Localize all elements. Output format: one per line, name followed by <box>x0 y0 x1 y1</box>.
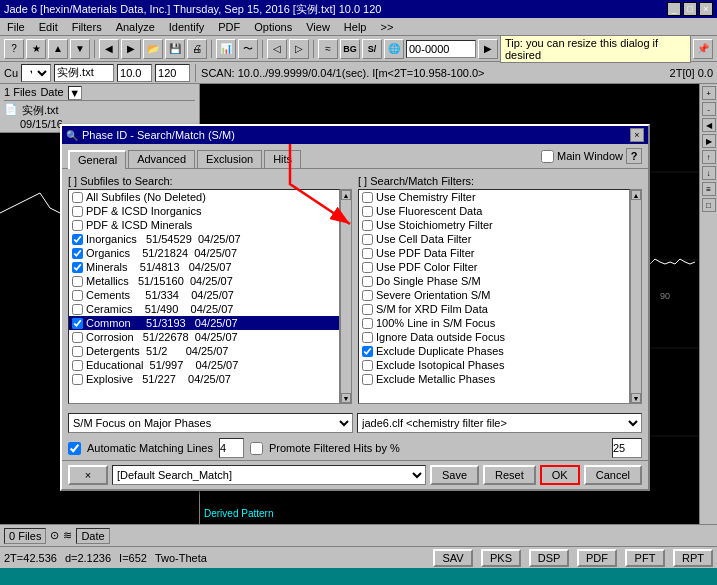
btn-pft[interactable]: PFT <box>625 549 665 567</box>
toolbar-btn-star[interactable]: ★ <box>26 39 46 59</box>
sidebar-btn-5[interactable]: ↑ <box>702 150 716 164</box>
list-item-detergents[interactable]: Detergents 51/2 04/25/07 <box>69 344 339 358</box>
menu-filters[interactable]: Filters <box>69 21 105 33</box>
check-stoichiometry[interactable] <box>362 220 373 231</box>
check-exclude-metallic[interactable] <box>362 374 373 385</box>
check-minerals[interactable] <box>72 262 83 273</box>
menu-more[interactable]: >> <box>377 21 396 33</box>
promote-value-input[interactable]: 25 <box>612 438 642 458</box>
toolbar-btn-bg[interactable]: BG <box>340 39 360 59</box>
btn-rpt[interactable]: RPT <box>673 549 713 567</box>
check-educational[interactable] <box>72 360 83 371</box>
list-item-cements[interactable]: Cements 51/334 04/25/07 <box>69 288 339 302</box>
filter-fluorescent[interactable]: Use Fluorescent Data <box>359 204 629 218</box>
list-item-all-subfiles[interactable]: All Subfiles (No Deleted) <box>69 190 339 204</box>
sidebar-btn-6[interactable]: ↓ <box>702 166 716 180</box>
filter-stoichiometry[interactable]: Use Stoichiometry Filter <box>359 218 629 232</box>
menu-options[interactable]: Options <box>251 21 295 33</box>
toolbar-btn-right[interactable]: ▷ <box>289 39 309 59</box>
toolbar-btn-question[interactable]: ? <box>4 39 24 59</box>
toolbar-btn-back[interactable]: ◀ <box>99 39 119 59</box>
ok-btn[interactable]: OK <box>540 465 580 485</box>
scan-code-input[interactable]: 00-0000 <box>406 40 476 58</box>
check-cell-data[interactable] <box>362 234 373 245</box>
check-pdf-icsd-min[interactable] <box>72 220 83 231</box>
main-window-checkbox[interactable] <box>541 150 554 163</box>
toolbar-btn-fwd[interactable]: ▶ <box>121 39 141 59</box>
check-severe-orientation[interactable] <box>362 290 373 301</box>
toolbar-btn-chart[interactable]: 📊 <box>216 39 236 59</box>
filter-severe-orientation[interactable]: Severe Orientation S/M <box>359 288 629 302</box>
btn-sav[interactable]: SAV <box>433 549 473 567</box>
status-icons[interactable]: ⊙ ≋ <box>50 529 72 542</box>
menu-edit[interactable]: Edit <box>36 21 61 33</box>
toolbar-btn-sm[interactable]: S/ <box>362 39 382 59</box>
maximize-btn[interactable]: □ <box>683 2 697 16</box>
dialog-close-btn[interactable]: × <box>630 128 644 142</box>
list-item-pdf-icsd-min[interactable]: PDF & ICSD Minerals <box>69 218 339 232</box>
btn-pks[interactable]: PKS <box>481 549 521 567</box>
check-ceramics[interactable] <box>72 304 83 315</box>
line-count-input[interactable]: 4 <box>219 438 244 458</box>
toolbar-btn-up[interactable]: ▲ <box>48 39 68 59</box>
sidebar-btn-1[interactable]: + <box>702 86 716 100</box>
tab-hits[interactable]: Hits <box>264 150 301 168</box>
filter-chemistry[interactable]: Use Chemistry Filter <box>359 190 629 204</box>
menu-pdf[interactable]: PDF <box>215 21 243 33</box>
filter-pdf-color[interactable]: Use PDF Color Filter <box>359 260 629 274</box>
toolbar-btn-open[interactable]: 📂 <box>143 39 163 59</box>
check-pdf-color[interactable] <box>362 262 373 273</box>
list-item-educational[interactable]: Educational 51/997 04/25/07 <box>69 358 339 372</box>
menu-help[interactable]: Help <box>341 21 370 33</box>
menu-identify[interactable]: Identify <box>166 21 207 33</box>
sidebar-btn-2[interactable]: - <box>702 102 716 116</box>
toolbar-btn-globe[interactable]: 🌐 <box>384 39 404 59</box>
list-item-organics[interactable]: Organics 51/21824 04/25/07 <box>69 246 339 260</box>
check-fluorescent[interactable] <box>362 206 373 217</box>
filter-xrd-film[interactable]: S/M for XRD Film Data <box>359 302 629 316</box>
toolbar-btn-print[interactable]: 🖨 <box>187 39 207 59</box>
check-organics[interactable] <box>72 248 83 259</box>
list-item-pdf-icsd-inorg[interactable]: PDF & ICSD Inorganics <box>69 204 339 218</box>
right-scroll-up[interactable]: ▲ <box>631 190 641 200</box>
sidebar-btn-4[interactable]: ▶ <box>702 134 716 148</box>
search-match-dialog[interactable]: 🔍 Phase ID - Search/Match (S/M) × Genera… <box>60 124 650 491</box>
help-btn[interactable]: ? <box>626 148 642 164</box>
toolbar-btn-down[interactable]: ▼ <box>70 39 90 59</box>
cu-select[interactable]: ▼ <box>21 64 51 82</box>
filter-single-phase[interactable]: Do Single Phase S/M <box>359 274 629 288</box>
filter-exclude-metallic[interactable]: Exclude Metallic Phases <box>359 372 629 386</box>
check-exclude-dup[interactable] <box>362 346 373 357</box>
sm-focus-select[interactable]: S/M Focus on Major Phases <box>68 413 353 433</box>
list-item-metallics[interactable]: Metallics 51/15160 04/25/07 <box>69 274 339 288</box>
toolbar-btn-wave[interactable]: 〜 <box>238 39 258 59</box>
check-exclude-iso[interactable] <box>362 360 373 371</box>
tab-exclusion[interactable]: Exclusion <box>197 150 262 168</box>
toolbar-btn-pin[interactable]: 📌 <box>693 39 713 59</box>
promote-checkbox[interactable] <box>250 442 263 455</box>
filter-cell-data[interactable]: Use Cell Data Filter <box>359 232 629 246</box>
toolbar-val1[interactable] <box>117 64 152 82</box>
toolbar-btn-go[interactable]: ▶ <box>478 39 498 59</box>
save-btn[interactable]: Save <box>430 465 479 485</box>
close-btn[interactable]: × <box>699 2 713 16</box>
filter-100-line[interactable]: 100% Line in S/M Focus <box>359 316 629 330</box>
search-match-select[interactable]: [Default Search_Match] <box>112 465 426 485</box>
list-item-minerals[interactable]: Minerals 51/4813 04/25/07 <box>69 260 339 274</box>
list-item-explosive[interactable]: Explosive 51/227 04/25/07 <box>69 372 339 386</box>
tab-advanced[interactable]: Advanced <box>128 150 195 168</box>
check-pdf-data[interactable] <box>362 248 373 259</box>
scroll-down-btn[interactable]: ▼ <box>341 393 351 403</box>
minimize-btn[interactable]: _ <box>667 2 681 16</box>
auto-matching-checkbox[interactable] <box>68 442 81 455</box>
toolbar-btn-left[interactable]: ◁ <box>267 39 287 59</box>
search-clear-btn[interactable]: × <box>68 465 108 485</box>
filter-exclude-dup[interactable]: Exclude Duplicate Phases <box>359 344 629 358</box>
sidebar-btn-3[interactable]: ◀ <box>702 118 716 132</box>
check-detergents[interactable] <box>72 346 83 357</box>
menu-view[interactable]: View <box>303 21 333 33</box>
right-scroll-down[interactable]: ▼ <box>631 393 641 403</box>
toolbar-val2[interactable] <box>155 64 190 82</box>
toolbar-btn-wave2[interactable]: ≈ <box>318 39 338 59</box>
check-100-line[interactable] <box>362 318 373 329</box>
